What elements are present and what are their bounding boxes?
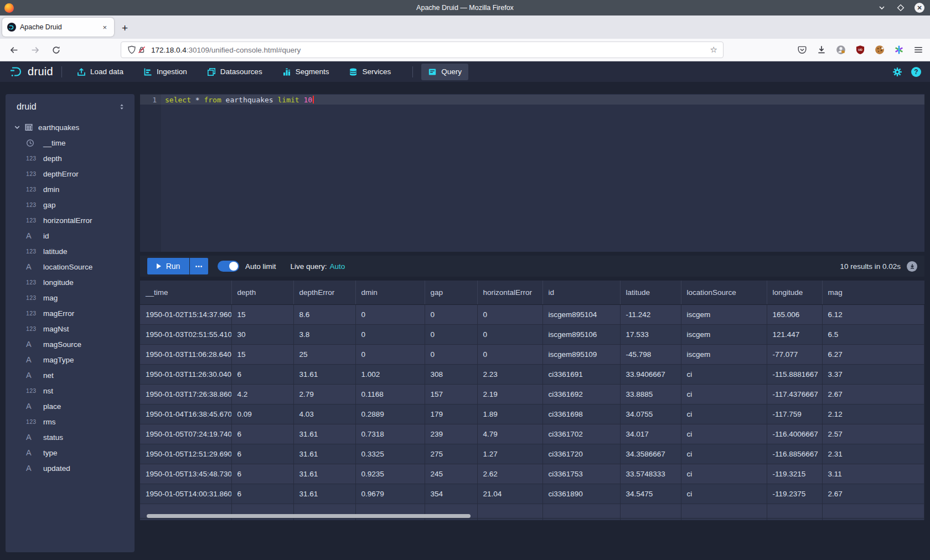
column-header-depthError[interactable]: depthError [293, 281, 355, 304]
cell-longitude[interactable]: -119.3215 [767, 464, 822, 484]
cell-horizontalError[interactable]: 21.04 [477, 484, 542, 504]
url-bar[interactable]: 172.18.0.4:30109/unified-console.html#qu… [121, 42, 724, 58]
cell-id[interactable]: ci3361698 [542, 404, 620, 424]
run-more-button[interactable]: ••• [190, 258, 208, 274]
column-item-net[interactable]: Anet [6, 367, 135, 383]
cell-depthError[interactable]: 4.03 [293, 404, 355, 424]
cell-locationSource[interactable]: ci [681, 364, 767, 384]
cell-longitude[interactable]: -77.077 [767, 344, 822, 364]
cell-__time[interactable]: 1950-01-05T12:51:29.690Z [140, 444, 231, 464]
cell-longitude[interactable]: 165.006 [767, 304, 822, 324]
cell-__time[interactable]: 1950-01-03T11:26:30.040Z [140, 364, 231, 384]
cell-depth[interactable]: 15 [231, 304, 293, 324]
cell-gap[interactable]: 239 [425, 424, 477, 444]
pocket-icon[interactable] [797, 45, 807, 55]
cell-gap[interactable]: 245 [425, 464, 477, 484]
column-item-magError[interactable]: 123magError [6, 305, 135, 321]
column-header-id[interactable]: id [542, 281, 620, 304]
cell-dmin[interactable]: 0 [355, 304, 425, 324]
cell-latitude[interactable]: 34.017 [620, 424, 681, 444]
cell-depth[interactable]: 15 [231, 344, 293, 364]
cell-dmin[interactable]: 0.9235 [355, 464, 425, 484]
column-item-horizontalError[interactable]: 123horizontalError [6, 212, 135, 228]
cell-mag[interactable]: 2.57 [822, 424, 924, 444]
column-header-mag[interactable]: mag [822, 281, 924, 304]
cell-horizontalError[interactable]: 0 [477, 344, 542, 364]
cell-locationSource[interactable]: ci [681, 404, 767, 424]
cell-horizontalError[interactable]: 2.62 [477, 464, 542, 484]
column-header-depth[interactable]: depth [231, 281, 293, 304]
cell-gap[interactable]: 0 [425, 324, 477, 344]
cell-depth[interactable]: 30 [231, 324, 293, 344]
menu-hamburger-icon[interactable] [913, 45, 923, 55]
cell-horizontalError[interactable]: 0 [477, 324, 542, 344]
cell-horizontalError[interactable]: 2.23 [477, 364, 542, 384]
cell-mag[interactable]: 3.37 [822, 364, 924, 384]
account-icon[interactable] [836, 45, 846, 55]
cell-depthError[interactable]: 2.79 [293, 384, 355, 404]
cell-__time[interactable]: 1950-01-04T16:38:45.670Z [140, 404, 231, 424]
nav-item-ingestion[interactable]: Ingestion [137, 64, 194, 80]
insecure-lock-icon[interactable] [137, 45, 147, 55]
column-item-locationSource[interactable]: AlocationSource [6, 259, 135, 274]
cell-locationSource[interactable]: ci [681, 444, 767, 464]
column-item-latitude[interactable]: 123latitude [6, 243, 135, 259]
cell-dmin[interactable]: 0 [355, 344, 425, 364]
cell-depthError[interactable]: 25 [293, 344, 355, 364]
sql-code-line[interactable]: select * from earthquakes limit 10 [165, 96, 314, 104]
cell-depth[interactable]: 4.2 [231, 384, 293, 404]
column-item-dmin[interactable]: 123dmin [6, 182, 135, 197]
window-maximize-button[interactable] [896, 3, 906, 13]
column-item-nst[interactable]: 123nst [6, 383, 135, 398]
run-button[interactable]: Run [147, 258, 189, 274]
settings-gear-icon[interactable] [892, 67, 902, 77]
cookie-extension-icon[interactable] [875, 45, 885, 55]
extension-asterisk-icon[interactable] [894, 45, 904, 55]
live-query-value[interactable]: Auto [330, 262, 345, 271]
double-caret-sort-icon[interactable] [118, 103, 126, 111]
cell-mag[interactable]: 6.12 [822, 304, 924, 324]
column-item-place[interactable]: Aplace [6, 398, 135, 414]
cell-dmin[interactable]: 0.3325 [355, 444, 425, 464]
cell-mag[interactable]: 2.67 [822, 384, 924, 404]
column-item-depth[interactable]: 123depth [6, 151, 135, 166]
column-header-gap[interactable]: gap [425, 281, 477, 304]
column-item-magType[interactable]: AmagType [6, 352, 135, 367]
cell-gap[interactable]: 275 [425, 444, 477, 464]
cell-horizontalError[interactable]: 2.19 [477, 384, 542, 404]
cell-gap[interactable]: 308 [425, 364, 477, 384]
cell-mag[interactable]: 3.11 [822, 464, 924, 484]
cell-__time[interactable]: 1950-01-03T02:51:55.410Z [140, 324, 231, 344]
cell-id[interactable]: ci3361720 [542, 444, 620, 464]
help-icon[interactable]: ? [911, 67, 921, 77]
cell-locationSource[interactable]: iscgem [681, 304, 767, 324]
column-header-horizontalError[interactable]: horizontalError [477, 281, 542, 304]
column-header-__time[interactable]: __time [140, 281, 231, 304]
cell-depth[interactable]: 0.09 [231, 404, 293, 424]
cell-longitude[interactable]: -116.4006667 [767, 424, 822, 444]
cell-latitude[interactable]: -45.798 [620, 344, 681, 364]
forward-button[interactable] [30, 45, 40, 55]
cell-mag[interactable]: 2.31 [822, 444, 924, 464]
chevron-down-icon[interactable] [14, 124, 20, 131]
cell-horizontalError[interactable]: 4.79 [477, 424, 542, 444]
sql-editor[interactable]: 1 select * from earthquakes limit 10 [140, 94, 924, 252]
nav-item-query[interactable]: Query [421, 64, 468, 80]
cell-depthError[interactable]: 31.61 [293, 444, 355, 464]
column-header-latitude[interactable]: latitude [620, 281, 681, 304]
cell-longitude[interactable]: -117.4376667 [767, 384, 822, 404]
cell-mag[interactable]: 2.12 [822, 404, 924, 424]
cell-depthError[interactable]: 31.61 [293, 424, 355, 444]
tracking-shield-icon[interactable] [127, 45, 137, 55]
table-item-earthquakes[interactable]: earthquakes [6, 120, 135, 135]
cell-horizontalError[interactable]: 0 [477, 304, 542, 324]
cell-horizontalError[interactable]: 1.27 [477, 444, 542, 464]
cell-dmin[interactable]: 0.9679 [355, 484, 425, 504]
cell-__time[interactable]: 1950-01-02T15:14:37.960Z [140, 304, 231, 324]
cell-gap[interactable]: 0 [425, 344, 477, 364]
browser-tab[interactable]: Apache Druid × [2, 18, 114, 37]
nav-item-segments[interactable]: Segments [276, 64, 336, 80]
cell-id[interactable]: ci3361890 [542, 484, 620, 504]
cell-latitude[interactable]: 33.9406667 [620, 364, 681, 384]
cell-depth[interactable]: 6 [231, 364, 293, 384]
